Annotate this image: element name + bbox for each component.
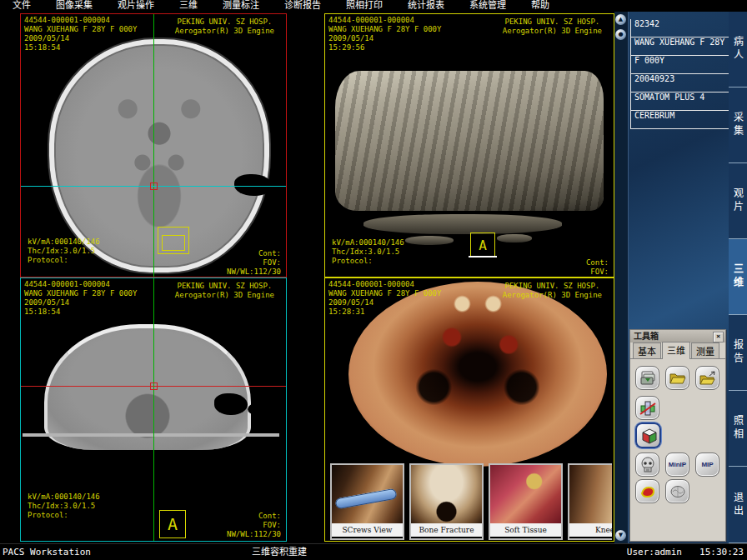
- open-folder-icon: [669, 371, 687, 386]
- kv-ma: kV/mA:000140/146: [28, 492, 100, 502]
- mpr-button[interactable]: [635, 396, 659, 420]
- volume-render-button[interactable]: [635, 422, 661, 448]
- mpr-planes-icon: [639, 399, 657, 418]
- overlay-display-params: Cont: FOV: NW/WL:112/30: [227, 249, 281, 277]
- tab-exit[interactable]: 退出: [729, 467, 747, 543]
- window-level: NW/WL:112/30: [227, 530, 281, 539]
- open-series-button[interactable]: [665, 366, 689, 390]
- crosshair-vertical-line[interactable]: [153, 14, 154, 277]
- mip-label: MIP: [701, 461, 713, 468]
- menu-help[interactable]: 帮助: [519, 0, 562, 12]
- minip-button[interactable]: MinIP: [665, 452, 689, 477]
- cont: Cont:: [227, 512, 281, 521]
- status-bar: PACS Workstation 三维容积重建 User:admin 15:30…: [0, 543, 747, 560]
- viewport-coronal-ct[interactable]: A 44544-000001-000004 WANG XUEHANG F 28Y…: [20, 278, 287, 542]
- sidebar-scroll-strip[interactable]: ▲ ● ▼: [614, 12, 629, 543]
- hospital-name: PEKING UNIV. SZ HOSP.: [175, 282, 274, 291]
- body-part-field: CEREBRUM: [631, 111, 731, 129]
- surface-render-image: [335, 71, 604, 211]
- preset-thumbnail-screws[interactable]: SCrews View: [330, 463, 404, 540]
- cube-icon: [639, 427, 658, 445]
- crosshair-center-marker[interactable]: [150, 382, 158, 390]
- menu-system-management[interactable]: 系统管理: [457, 0, 519, 12]
- engine-name: Aerogator(R) 3D Engine: [503, 27, 602, 36]
- viewport-3d-vrt[interactable]: 44544-000001-000004 WANG XUEHANG F 28Y F…: [324, 278, 614, 542]
- air-pocket: [268, 194, 284, 203]
- menu-diagnostic-report[interactable]: 诊断报告: [272, 0, 333, 12]
- toolbox-title-bar[interactable]: 工具箱 ×: [630, 330, 725, 342]
- viewport-axial-ct[interactable]: 44544-000001-000004 WANG XUEHANG F 28Y F…: [20, 13, 287, 278]
- status-user: User:admin: [627, 544, 682, 560]
- study-date: 2009/05/14: [328, 298, 441, 308]
- hospital-name: PEKING UNIV. SZ HOSP.: [503, 18, 602, 27]
- status-clock: 15:30:23: [699, 544, 744, 560]
- patient-sex-age-field: F 000Y: [631, 56, 731, 74]
- scroll-up-icon[interactable]: ▲: [615, 14, 626, 25]
- patient-line: WANG XUEHANG F 28Y F 000Y: [328, 289, 441, 298]
- reference-box-inner: [162, 235, 185, 251]
- preset-thumbnail-bone-fracture[interactable]: Bone Fracture: [409, 463, 484, 540]
- engine-name: Aerogator(R) 3D Engine: [503, 291, 602, 300]
- study-time: 15:29:56: [328, 43, 441, 52]
- folder-export-icon: [699, 371, 717, 386]
- vrt-color-button[interactable]: [635, 479, 659, 503]
- menu-file[interactable]: 文件: [0, 0, 43, 12]
- bone-fracture-image: [411, 465, 482, 523]
- menu-image-acquisition[interactable]: 图像采集: [43, 0, 105, 12]
- series-stack-button[interactable]: [635, 366, 659, 390]
- mip-button[interactable]: MIP: [695, 452, 719, 477]
- study-date: 2009/05/14: [328, 34, 441, 43]
- orientation-marker: A: [479, 238, 487, 253]
- tab-view[interactable]: 观片: [729, 163, 747, 239]
- study-date: 2009/05/14: [24, 298, 137, 308]
- thc-idx: Thc/Idx:3.0/1.5: [28, 247, 100, 256]
- stack-icon: [639, 370, 657, 387]
- toolbox-tab-3d[interactable]: 三维: [662, 342, 690, 359]
- overlay-hospital-info: PEKING UNIV. SZ HOSP. Aerogator(R) 3D En…: [503, 282, 602, 300]
- tab-patient[interactable]: 病人: [729, 12, 747, 88]
- close-icon[interactable]: ×: [713, 332, 724, 342]
- right-sidebar: ▲ ● ▼ 82342 WANG XUEHANG F 28Y F 000Y 20…: [614, 12, 747, 543]
- scan-table-line: [23, 433, 279, 437]
- ssd-button[interactable]: [635, 452, 659, 477]
- tab-acquire[interactable]: 采集: [729, 88, 747, 163]
- scroll-down-icon[interactable]: ▼: [615, 530, 626, 541]
- menu-view-operations[interactable]: 观片操作: [105, 0, 167, 12]
- toolbox-tab-measure[interactable]: 测量: [691, 342, 719, 358]
- patient-line: WANG XUEHANG F 28Y F 000Y: [328, 25, 441, 34]
- skull-icon: [639, 457, 656, 473]
- study-id: 44544-000001-000004: [24, 16, 137, 25]
- air-pocket: [234, 174, 273, 196]
- brain-extract-button[interactable]: [665, 479, 689, 503]
- thc-idx: Thc/Idx:3.0/1.5: [28, 502, 100, 511]
- menu-measure-annotate[interactable]: 测量标注: [210, 0, 272, 12]
- viewport-3d-surface[interactable]: A 44544-000001-000004 WANG XUEHANG F 28Y…: [324, 13, 614, 278]
- menu-statistics-report[interactable]: 统计报表: [395, 0, 457, 12]
- tab-3d[interactable]: 三维: [729, 239, 747, 315]
- patient-id-field: 82342: [631, 19, 731, 38]
- crosshair-center-marker[interactable]: [150, 182, 158, 190]
- overlay-display-params: Cont: FOV: NW/WL:112/30: [227, 512, 281, 539]
- tab-report[interactable]: 报告: [729, 315, 747, 391]
- patient-line: WANG XUEHANG F 28Y F 000Y: [24, 289, 137, 298]
- scale-line: [469, 256, 497, 258]
- brain-icon: [669, 485, 686, 498]
- sidebar-tab-column: 病人 采集 观片 三维 报告 照相 退出: [729, 12, 747, 543]
- preset-thumbnail-soft-tissue[interactable]: Soft Tissue: [489, 463, 563, 540]
- thc-idx: Thc/Idx:3.0/1.5: [332, 248, 404, 257]
- toolbox-tab-basic[interactable]: 基本: [633, 342, 661, 358]
- overlay-hospital-info: PEKING UNIV. SZ HOSP. Aerogator(R) 3D En…: [503, 18, 602, 36]
- preset-thumbnail-knee[interactable]: Knee: [568, 463, 612, 540]
- protocol: Protocol:: [332, 257, 404, 266]
- preset-thumbnail-strip: SCrews View Bone Fracture Soft Tissue Kn…: [330, 463, 612, 540]
- menu-3d[interactable]: 三维: [167, 0, 210, 12]
- thumbnail-label: Bone Fracture: [411, 523, 482, 537]
- tab-photo[interactable]: 照相: [729, 391, 747, 467]
- export-series-button[interactable]: [695, 366, 719, 390]
- study-time: 15:28:31: [328, 308, 441, 317]
- menu-photo-print[interactable]: 照相打印: [333, 0, 395, 12]
- crosshair-vertical-line[interactable]: [153, 278, 154, 541]
- patient-name-field: WANG XUEHANG F 28Y: [631, 38, 731, 56]
- surface-debris: [363, 214, 562, 234]
- scroll-dot-icon[interactable]: ●: [615, 29, 626, 40]
